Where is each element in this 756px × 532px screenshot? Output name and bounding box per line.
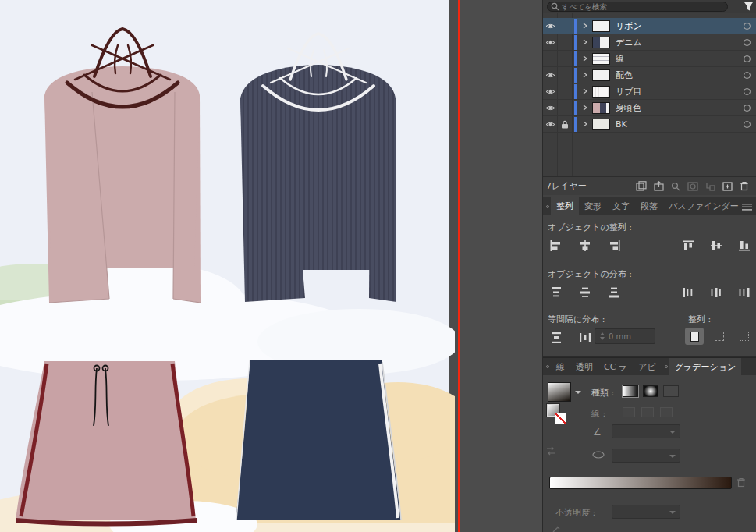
expand-chevron-icon[interactable] (580, 121, 590, 127)
panel-menu-icon[interactable] (742, 204, 752, 211)
gradient-type-label: 種類 : (591, 387, 614, 399)
lock-toggle[interactable] (557, 67, 572, 83)
reverse-gradient-icon (545, 445, 557, 456)
distribute-horizontal-left-button[interactable] (678, 283, 698, 302)
align-objects-label: オブジェクトの整列 : (548, 222, 632, 233)
navy-skirt[interactable] (236, 360, 401, 520)
layer-name: リブ目 (616, 86, 737, 98)
align-horizontal-left-button[interactable] (546, 236, 566, 255)
tab-transform[interactable]: 変形 (579, 197, 607, 215)
visibility-toggle-icon[interactable] (543, 34, 557, 50)
lock-toggle[interactable] (557, 18, 572, 34)
visibility-toggle-icon[interactable] (543, 18, 557, 34)
distribute-vertical-top-button[interactable] (546, 283, 566, 302)
spacing-value: 0 mm (609, 332, 631, 341)
visibility-toggle-icon[interactable] (543, 116, 557, 132)
distribute-vertical-bottom-button[interactable] (604, 283, 624, 302)
panel-group-grip (546, 365, 549, 368)
fill-stroke-chips[interactable] (547, 404, 570, 427)
lock-toggle[interactable] (557, 51, 572, 66)
lock-toggle[interactable] (557, 34, 572, 50)
expand-chevron-icon[interactable] (580, 72, 590, 78)
tab-appearance[interactable]: アピ (633, 358, 662, 375)
collect-for-export-icon[interactable] (633, 179, 650, 193)
layer-row[interactable]: リボン (543, 18, 756, 34)
expand-chevron-icon[interactable] (580, 55, 590, 62)
tab-gradient[interactable]: グラデーション (669, 358, 742, 375)
align-to-key-object-button[interactable] (735, 328, 754, 345)
align-vertical-bottom-button[interactable] (734, 236, 754, 255)
locate-object-icon[interactable] (667, 179, 684, 193)
lock-toggle[interactable] (557, 100, 572, 115)
delete-layer-icon[interactable] (736, 179, 753, 193)
tab-pathfinder[interactable]: パスファインダー (663, 197, 744, 215)
lock-toggle[interactable] (557, 83, 572, 99)
target-circle-icon[interactable] (737, 88, 756, 95)
visibility-toggle-icon[interactable] (543, 83, 557, 99)
layer-thumbnail (592, 119, 610, 130)
expand-chevron-icon[interactable] (580, 88, 590, 94)
layer-color-bar (574, 68, 577, 83)
vertical-distribute-space-button[interactable] (546, 328, 566, 347)
key-object-icon (740, 332, 749, 341)
target-circle-icon[interactable] (737, 55, 756, 62)
stepper-arrows-icon[interactable] (600, 332, 605, 340)
guide-line[interactable] (458, 0, 460, 532)
artboard-canvas[interactable] (0, 0, 455, 532)
new-layer-icon[interactable] (719, 179, 736, 193)
lock-icon[interactable] (557, 116, 572, 132)
layer-name: 配色 (616, 69, 737, 81)
expand-chevron-icon[interactable] (580, 23, 590, 29)
distribute-horizontal-right-button[interactable] (734, 283, 754, 302)
search-input[interactable] (547, 2, 728, 12)
layer-row[interactable]: BK (543, 116, 756, 133)
align-horizontal-right-button[interactable] (604, 236, 624, 255)
tab-transparency[interactable]: 透明 (570, 358, 598, 375)
align-to-artboard-button[interactable] (685, 328, 704, 345)
align-horizontal-center-button[interactable] (575, 236, 595, 255)
distribute-horizontal-center-button[interactable] (706, 283, 726, 302)
align-vertical-top-button[interactable] (678, 236, 698, 255)
layer-row[interactable]: リブ目 (543, 83, 756, 100)
radial-gradient-button[interactable] (643, 385, 658, 397)
target-circle-icon[interactable] (737, 121, 756, 128)
target-circle-icon[interactable] (737, 105, 756, 112)
layer-row[interactable]: 線 (543, 51, 756, 67)
layer-row[interactable]: デニム (543, 34, 756, 51)
layer-color-bar (574, 51, 577, 66)
freeform-gradient-button (663, 385, 679, 397)
gradient-slider[interactable] (549, 477, 732, 489)
horizontal-distribute-space-button[interactable] (575, 328, 595, 347)
layer-color-bar (574, 84, 577, 99)
target-circle-icon[interactable] (737, 39, 756, 46)
expand-chevron-icon[interactable] (580, 105, 590, 111)
swatch-menu-arrow-icon[interactable] (575, 391, 581, 397)
visibility-toggle-icon[interactable] (543, 100, 557, 115)
filter-icon[interactable] (744, 2, 754, 12)
new-sublayer-icon[interactable] (701, 179, 719, 193)
align-to-selection-button[interactable] (710, 328, 729, 345)
mauve-skirt[interactable] (16, 361, 197, 527)
export-icon[interactable] (650, 179, 667, 193)
align-vertical-center-button[interactable] (706, 236, 726, 255)
spacing-value-input[interactable]: 0 mm (595, 328, 655, 344)
layer-row[interactable]: 身頃色 (543, 100, 756, 116)
tab-stroke[interactable]: 線 (551, 358, 570, 375)
pasteboard (449, 0, 542, 532)
tab-align[interactable]: 整列 (551, 197, 579, 215)
tab-cc-libraries[interactable]: CC ラ (598, 358, 633, 375)
gradient-swatch[interactable] (548, 382, 571, 402)
layer-row[interactable]: 配色 (543, 67, 756, 83)
visibility-toggle-icon[interactable] (543, 67, 557, 83)
clipping-mask-icon[interactable] (684, 179, 701, 193)
target-circle-icon[interactable] (737, 23, 756, 30)
stroke-none-chip[interactable] (555, 413, 566, 424)
linear-gradient-button[interactable] (623, 385, 638, 397)
distribute-vertical-center-button[interactable] (575, 283, 595, 302)
expand-chevron-icon[interactable] (580, 39, 590, 45)
visibility-toggle-icon[interactable] (543, 51, 557, 66)
artboard-icon (690, 332, 699, 342)
tab-paragraph[interactable]: 段落 (635, 197, 663, 215)
target-circle-icon[interactable] (737, 72, 756, 79)
tab-character[interactable]: 文字 (607, 197, 635, 215)
